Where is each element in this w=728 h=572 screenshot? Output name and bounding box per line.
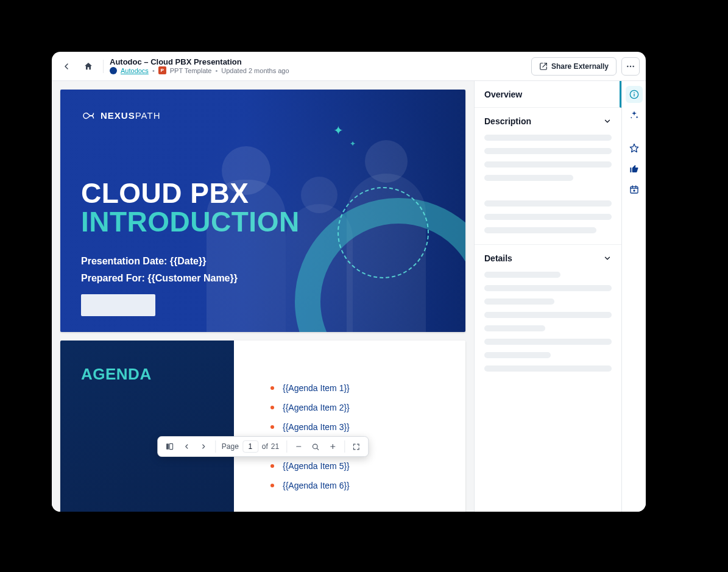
tab-overview[interactable]: Overview xyxy=(475,81,621,108)
breadcrumb-link[interactable]: Autodocs xyxy=(121,67,149,75)
separator-dot: • xyxy=(215,67,217,75)
skeleton-line xyxy=(484,312,612,318)
rail-info-button[interactable] xyxy=(626,86,643,103)
skeleton-line xyxy=(484,227,596,233)
info-icon xyxy=(629,90,639,99)
star-icon xyxy=(629,143,639,153)
divider xyxy=(286,440,287,453)
zoom-reset-button[interactable] xyxy=(308,439,323,454)
header-bar: Autodoc – Cloud PBX Presentation Autodoc… xyxy=(52,52,646,81)
rail-calendar-button[interactable] xyxy=(626,181,643,198)
share-icon xyxy=(539,62,548,71)
sparkle-icon: ✦ xyxy=(350,139,356,148)
divider xyxy=(344,440,345,453)
rail-favorite-button[interactable] xyxy=(626,139,643,157)
panel-icon xyxy=(165,442,174,451)
infinity-icon xyxy=(81,111,96,121)
skeleton-line xyxy=(484,298,554,305)
slide-2-sidebar: AGENDA xyxy=(60,341,234,512)
prev-page-button[interactable] xyxy=(178,439,194,454)
total-pages: 21 xyxy=(271,442,279,451)
section-details-header[interactable]: Details xyxy=(484,253,612,263)
expand-icon xyxy=(353,443,361,451)
agenda-heading: AGENDA xyxy=(81,365,213,384)
chevron-down-icon xyxy=(603,254,612,263)
brand-logo: NEXUSPATH xyxy=(81,110,445,121)
toggle-sidebar-button[interactable] xyxy=(161,439,177,454)
minus-icon xyxy=(295,443,302,450)
brand-name-light: PATH xyxy=(135,110,161,121)
chevron-left-icon xyxy=(183,443,190,450)
next-page-button[interactable] xyxy=(196,439,211,454)
divider xyxy=(215,440,216,453)
skeleton-line xyxy=(484,272,560,278)
skeleton-line xyxy=(484,339,612,345)
svg-rect-3 xyxy=(166,443,169,449)
page-title: Autodoc – Cloud PBX Presentation xyxy=(110,58,289,67)
icon-rail xyxy=(621,81,646,512)
title-block: Autodoc – Cloud PBX Presentation Autodoc… xyxy=(110,58,289,75)
fullscreen-button[interactable] xyxy=(348,439,364,454)
agenda-item: {{Agenda Item 3}} xyxy=(270,422,429,432)
logo-placeholder xyxy=(81,294,155,316)
calendar-icon xyxy=(629,185,639,194)
sparkles-icon xyxy=(629,110,639,120)
zoom-out-button[interactable] xyxy=(291,439,306,454)
slide-2: AGENDA {{Agenda Item 1}} {{Agenda Item 2… xyxy=(60,341,465,512)
svg-point-1 xyxy=(630,65,631,66)
svg-point-2 xyxy=(632,65,634,66)
rail-ai-button[interactable] xyxy=(626,107,643,124)
skeleton-line xyxy=(484,365,612,372)
skeleton-line xyxy=(484,161,612,168)
skeleton-line xyxy=(484,352,551,358)
brand-name-strong: NEXUS xyxy=(101,110,135,121)
info-panel: Overview Description xyxy=(474,81,621,512)
document-viewer[interactable]: ✦ ✦ NEXUSPATH CLOUD PBX INTRODUCTION Pre… xyxy=(52,81,474,512)
skeleton-line xyxy=(484,214,612,220)
person-silhouette xyxy=(207,180,286,332)
page-toolbar: Page of 21 xyxy=(157,436,369,457)
slide-1: ✦ ✦ NEXUSPATH CLOUD PBX INTRODUCTION Pre… xyxy=(60,90,465,332)
back-button[interactable] xyxy=(58,58,75,75)
section-description-header[interactable]: Description xyxy=(484,116,612,126)
agenda-item: {{Agenda Item 5}} xyxy=(270,461,429,471)
plus-icon xyxy=(329,443,336,450)
skeleton-line xyxy=(484,148,612,154)
zoom-in-button[interactable] xyxy=(325,439,341,454)
sparkle-icon: ✦ xyxy=(333,123,344,138)
page-input[interactable] xyxy=(244,442,256,451)
section-details-title: Details xyxy=(484,253,512,263)
divider xyxy=(103,60,104,73)
svg-rect-12 xyxy=(634,92,634,93)
magnifier-icon xyxy=(312,443,320,451)
skeleton-line xyxy=(484,285,612,291)
chevron-right-icon xyxy=(200,443,207,450)
share-externally-button[interactable]: Share Externally xyxy=(531,57,617,76)
svg-point-0 xyxy=(627,65,628,66)
section-description: Description xyxy=(475,108,621,245)
more-options-button[interactable] xyxy=(621,57,640,76)
of-label: of xyxy=(262,442,268,451)
skeleton-line xyxy=(484,325,545,331)
breadcrumb-icon xyxy=(110,67,117,74)
skeleton-line xyxy=(484,135,612,141)
svg-line-7 xyxy=(317,448,319,449)
separator-dot: • xyxy=(152,67,155,75)
section-details: Details xyxy=(475,245,621,383)
powerpoint-icon: P xyxy=(158,66,166,74)
ellipsis-icon xyxy=(626,62,635,71)
slide-2-content: {{Agenda Item 1}} {{Agenda Item 2}} {{Ag… xyxy=(234,341,465,512)
section-description-title: Description xyxy=(484,116,531,126)
agenda-item: {{Agenda Item 2}} xyxy=(270,403,429,412)
chevron-down-icon xyxy=(603,117,612,125)
skeleton-line xyxy=(484,200,612,207)
home-button[interactable] xyxy=(80,58,97,75)
svg-rect-11 xyxy=(634,94,634,97)
svg-point-18 xyxy=(634,190,635,191)
app-window: Autodoc – Cloud PBX Presentation Autodoc… xyxy=(52,52,646,512)
rail-like-button[interactable] xyxy=(626,160,643,177)
page-label: Page xyxy=(222,442,239,451)
decorative-dashed-ring xyxy=(337,187,429,278)
updated-label: Updated 2 months ago xyxy=(221,67,289,75)
thumbs-up-icon xyxy=(629,164,639,174)
